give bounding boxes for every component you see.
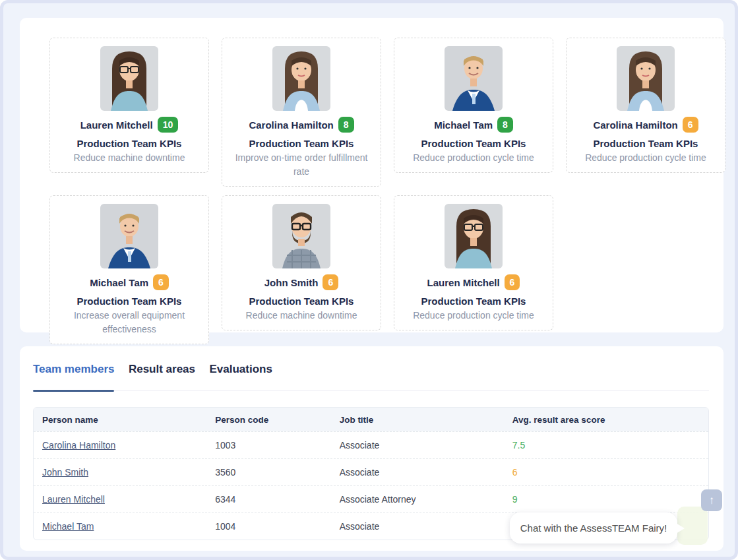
kpi-description: Reduce production cycle time — [573, 151, 718, 165]
kpi-card[interactable]: Lauren Mitchell 10 Production Team KPIs … — [49, 38, 209, 173]
kpi-description: Reduce production cycle time — [401, 151, 546, 165]
person-link[interactable]: John Smith — [42, 467, 88, 478]
kpi-card[interactable]: Michael Tam 6 Production Team KPIs Incre… — [49, 195, 209, 344]
kpi-card[interactable]: Lauren Mitchell 6 Production Team KPIs R… — [394, 195, 553, 330]
person-name: Lauren Mitchell — [80, 119, 153, 131]
kpi-group-title: Production Team KPIs — [229, 296, 374, 307]
person-name: Carolina Hamilton — [593, 119, 677, 131]
kpi-group-title: Production Team KPIs — [57, 296, 202, 307]
kpi-card[interactable]: Carolina Hamilton 8 Production Team KPIs… — [222, 38, 381, 187]
scroll-to-top-button[interactable]: ↑ — [701, 489, 722, 511]
kpi-description: Reduce production cycle time — [401, 309, 546, 323]
job-title: Associate — [340, 467, 512, 478]
kpi-group-title: Production Team KPIs — [229, 138, 374, 149]
kpi-description: Reduce machine downtime — [57, 151, 202, 165]
man-suit-avatar — [445, 46, 503, 111]
chat-bubble-label: Chat with the AssessTEAM Fairy! — [520, 522, 667, 534]
person-name: Carolina Hamilton — [249, 119, 333, 131]
kpi-card[interactable]: John Smith 6 Production Team KPIs Reduce… — [222, 195, 381, 330]
col-person-code: Person code — [215, 415, 339, 425]
score-badge: 10 — [158, 117, 179, 133]
avg-score: 9 — [512, 494, 700, 505]
person-link[interactable]: Lauren Mitchell — [42, 494, 105, 505]
app-window: Lauren Mitchell 10 Production Team KPIs … — [0, 0, 738, 560]
person-link[interactable]: Carolina Hamilton — [42, 440, 115, 451]
job-title: Associate — [340, 440, 512, 451]
col-person-name: Person name — [42, 415, 215, 425]
col-job-title: Job title — [340, 415, 512, 425]
job-title: Associate Attorney — [340, 494, 512, 505]
score-badge: 6 — [505, 274, 520, 290]
avg-score: 6 — [512, 467, 700, 478]
up-arrow-icon: ↑ — [709, 495, 715, 506]
kpi-group-title: Production Team KPIs — [57, 138, 202, 149]
chat-bubble[interactable]: Chat with the AssessTEAM Fairy! — [510, 513, 677, 544]
kpi-card[interactable]: Michael Tam 8 Production Team KPIs Reduc… — [394, 38, 553, 173]
tab-bar: Team members Result areas Evaluations — [33, 363, 709, 391]
score-badge: 6 — [683, 117, 698, 133]
person-code: 3560 — [215, 467, 339, 478]
woman-glasses-avatar — [100, 46, 158, 111]
person-link[interactable]: Michael Tam — [42, 521, 94, 532]
table-row: John Smith 3560 Associate 6 — [34, 458, 708, 485]
kpi-cards-grid: Lauren Mitchell 10 Production Team KPIs … — [49, 38, 730, 344]
woman-glasses-avatar — [445, 204, 503, 268]
col-avg-score: Avg. result area score — [512, 415, 700, 425]
table-row: Carolina Hamilton 1003 Associate 7.5 — [34, 431, 708, 458]
person-name: Lauren Mitchell — [427, 277, 500, 288]
person-code: 1003 — [215, 440, 339, 451]
person-name: Michael Tam — [90, 277, 148, 288]
table-header: Person name Person code Job title Avg. r… — [34, 408, 708, 431]
kpi-group-title: Production Team KPIs — [573, 138, 718, 149]
man-suit-avatar — [100, 204, 158, 268]
score-badge: 8 — [338, 117, 354, 133]
tab-result-areas[interactable]: Result areas — [129, 363, 195, 390]
kpi-description: Improve on-time order fulfillment rate — [229, 151, 374, 179]
table-row: Lauren Mitchell 6344 Associate Attorney … — [34, 485, 708, 513]
person-name: Michael Tam — [434, 119, 493, 131]
score-badge: 6 — [323, 274, 338, 290]
avg-score: 7.5 — [512, 440, 700, 451]
score-badge: 8 — [497, 117, 513, 133]
woman-avatar — [272, 46, 330, 111]
kpi-description: Increase overall equipment effectiveness — [57, 309, 202, 336]
kpi-cards-panel: Lauren Mitchell 10 Production Team KPIs … — [20, 18, 723, 332]
tab-team-members[interactable]: Team members — [33, 363, 114, 390]
tab-evaluations[interactable]: Evaluations — [210, 363, 272, 390]
job-title: Associate — [340, 521, 512, 532]
person-code: 1004 — [215, 521, 339, 532]
kpi-card[interactable]: Carolina Hamilton 6 Production Team KPIs… — [566, 38, 725, 173]
person-code: 6344 — [215, 494, 339, 505]
kpi-group-title: Production Team KPIs — [401, 296, 546, 307]
kpi-description: Reduce machine downtime — [229, 309, 374, 323]
person-name: John Smith — [264, 277, 319, 288]
score-badge: 6 — [153, 274, 169, 290]
kpi-group-title: Production Team KPIs — [401, 138, 546, 149]
woman-avatar — [617, 46, 675, 111]
man-beard-glasses-avatar — [272, 204, 330, 268]
